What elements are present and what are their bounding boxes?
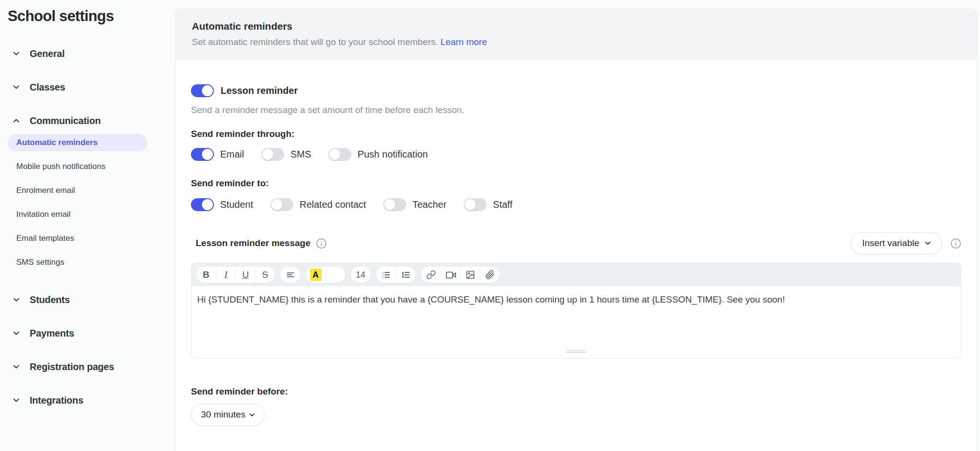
panel-header: Automatic reminders Set automatic remind… <box>176 9 977 60</box>
sidebar-item-mobile-push-notifications[interactable]: Mobile push notifications <box>8 158 147 175</box>
teacher-toggle[interactable] <box>383 198 406 211</box>
student-label: Student <box>220 199 253 210</box>
bulleted-list-button[interactable] <box>376 267 396 283</box>
sidebar-item-payments[interactable]: Payments <box>8 325 167 342</box>
attachment-button[interactable] <box>480 267 500 283</box>
sidebar-item-automatic-reminders[interactable]: Automatic reminders <box>8 134 147 151</box>
sms-label: SMS <box>290 149 311 160</box>
sms-toggle[interactable] <box>261 148 284 161</box>
communication-subnav: Automatic reminders Mobile push notifica… <box>8 134 167 271</box>
chevron-down-icon <box>11 362 21 372</box>
bold-button[interactable]: B <box>196 267 216 283</box>
toggle-knob <box>329 149 340 160</box>
link-icon <box>426 270 436 280</box>
editor-resize-handle[interactable] <box>191 345 961 358</box>
italic-button[interactable]: I <box>216 267 235 283</box>
insert-group <box>421 267 500 283</box>
grip-icon <box>566 350 586 353</box>
list-group <box>376 267 415 283</box>
toggle-knob <box>465 199 476 210</box>
lesson-reminder-label: Lesson reminder <box>221 85 298 96</box>
chevron-down-icon <box>11 328 21 338</box>
recipient-staff: Staff <box>464 198 512 211</box>
sidebar-item-registration-pages[interactable]: Registration pages <box>8 358 167 375</box>
image-button[interactable] <box>460 267 480 283</box>
push-notification-label: Push notification <box>357 149 428 160</box>
email-label: Email <box>220 149 244 160</box>
numbered-list-button[interactable] <box>396 267 415 283</box>
sidebar-item-label: General <box>30 48 65 59</box>
insert-variable-button[interactable]: Insert variable <box>850 232 942 254</box>
student-toggle[interactable] <box>191 198 214 211</box>
video-button[interactable] <box>441 267 460 283</box>
toggle-knob <box>262 149 273 160</box>
sidebar-item-classes[interactable]: Classes <box>8 79 167 96</box>
staff-toggle[interactable] <box>464 198 487 211</box>
sidebar-item-general[interactable]: General <box>8 45 167 62</box>
chevron-down-icon <box>248 411 256 419</box>
message-header-row: Lesson reminder message Insert variable <box>191 232 961 254</box>
send-through-toggles: Email SMS Push notification <box>191 148 961 161</box>
learn-more-link[interactable]: Learn more <box>441 37 487 47</box>
recipient-related-contact: Related contact <box>270 198 366 211</box>
channel-email: Email <box>191 148 244 161</box>
lesson-reminder-description: Send a reminder message a set amount of … <box>191 105 961 115</box>
sub-item-label: Invitation email <box>16 210 70 219</box>
recipient-teacher: Teacher <box>383 198 446 211</box>
chevron-down-icon <box>11 395 21 405</box>
text-color-button[interactable]: A <box>306 267 325 283</box>
info-icon[interactable] <box>950 237 961 249</box>
channel-push-notification: Push notification <box>328 148 428 161</box>
chevron-down-icon <box>11 82 21 92</box>
sub-item-label: SMS settings <box>16 258 64 267</box>
sidebar-item-invitation-email[interactable]: Invitation email <box>8 206 147 223</box>
strikethrough-button[interactable]: S <box>255 267 275 283</box>
editor-toolbar: B I U S A 14 <box>191 263 961 286</box>
link-button[interactable] <box>421 267 441 283</box>
send-through-label: Send reminder through: <box>191 129 961 139</box>
toggle-knob <box>271 199 282 210</box>
video-icon <box>446 270 456 280</box>
info-icon[interactable] <box>316 237 327 249</box>
sub-item-label: Enrolment email <box>16 186 75 195</box>
highlight-color-button[interactable] <box>325 267 345 283</box>
align-button[interactable] <box>280 267 300 283</box>
sidebar-item-label: Classes <box>30 82 65 93</box>
sub-item-label: Automatic reminders <box>16 138 98 147</box>
page-title: School settings <box>8 8 167 25</box>
sidebar-item-enrolment-email[interactable]: Enrolment email <box>8 182 147 199</box>
automatic-reminders-panel: Automatic reminders Set automatic remind… <box>175 9 977 451</box>
sidebar-item-integrations[interactable]: Integrations <box>8 392 167 409</box>
chevron-down-icon <box>11 49 21 58</box>
align-icon <box>286 270 295 280</box>
text-style-group: B I U S <box>196 267 275 283</box>
sidebar-item-sms-settings[interactable]: SMS settings <box>8 254 147 271</box>
insert-variable-label: Insert variable <box>862 238 919 248</box>
teacher-label: Teacher <box>412 199 446 210</box>
sub-item-label: Email templates <box>16 234 74 243</box>
sidebar-item-label: Communication <box>30 115 101 126</box>
related-contact-toggle[interactable] <box>270 198 293 211</box>
send-before-select[interactable]: 30 minutes <box>191 404 265 426</box>
font-size-button[interactable]: 14 <box>351 267 370 283</box>
sidebar-item-label: Students <box>30 294 70 305</box>
sidebar-item-communication[interactable]: Communication <box>8 112 167 129</box>
email-toggle[interactable] <box>191 148 214 161</box>
sidebar-item-label: Payments <box>30 328 74 339</box>
numbered-list-icon <box>401 270 411 280</box>
chevron-down-icon <box>11 295 21 304</box>
message-textarea[interactable]: Hi {STUDENT_NAME} this is a reminder tha… <box>191 286 961 345</box>
staff-label: Staff <box>493 199 512 210</box>
chevron-down-icon <box>924 239 932 248</box>
sidebar-item-email-templates[interactable]: Email templates <box>8 230 147 247</box>
push-notification-toggle[interactable] <box>328 148 351 161</box>
send-to-toggles: Student Related contact Teacher Staff <box>191 198 961 211</box>
sidebar-item-students[interactable]: Students <box>8 291 167 308</box>
paperclip-icon <box>485 270 495 280</box>
toggle-knob <box>202 199 213 210</box>
lesson-reminder-toggle[interactable] <box>191 84 214 97</box>
underline-button[interactable]: U <box>235 267 255 283</box>
send-to-label: Send reminder to: <box>191 178 961 189</box>
toggle-knob <box>202 149 213 160</box>
image-icon <box>466 270 475 280</box>
